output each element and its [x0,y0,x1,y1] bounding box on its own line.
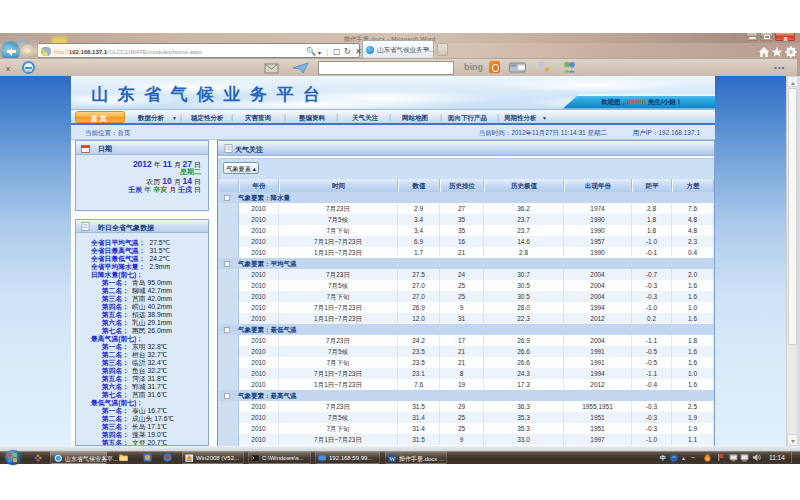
svg-text:W: W [389,455,395,462]
